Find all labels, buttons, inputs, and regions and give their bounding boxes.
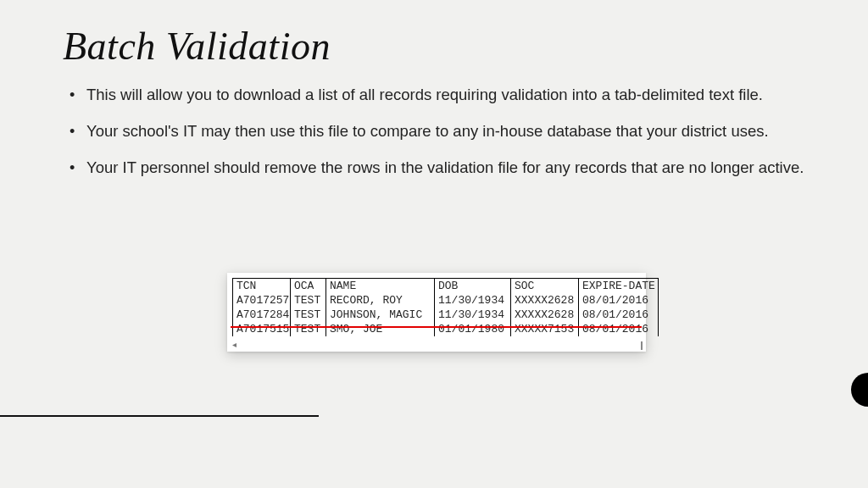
- cell-dob: 11/30/1934: [435, 293, 511, 308]
- cell-name: JOHNSON, MAGIC: [326, 308, 435, 322]
- table-header-row: TCN OCA NAME DOB SOC EXPIRE-DATE: [233, 279, 659, 294]
- slide-title: Batch Validation: [63, 24, 331, 69]
- cell-soc: XXXXX2628: [511, 293, 579, 308]
- cell-expire: 08/01/2016: [579, 322, 659, 336]
- bullet-item: Your IT personnel should remove the rows…: [68, 158, 814, 179]
- cell-tcn: A7017515: [233, 322, 291, 336]
- col-header-name: NAME: [326, 279, 435, 294]
- cell-soc: XXXXX7153: [511, 322, 579, 336]
- cell-expire: 08/01/2016: [579, 293, 659, 308]
- cell-oca: TEST: [291, 322, 326, 336]
- cell-tcn: A7017284: [233, 308, 291, 322]
- cell-soc: XXXXX2628: [511, 308, 579, 322]
- col-header-tcn: TCN: [233, 279, 291, 294]
- cell-name: SMO, JOE: [326, 322, 435, 336]
- scroll-left-icon: ◂: [232, 340, 236, 349]
- table-row: A7017284 TEST JOHNSON, MAGIC 11/30/1934 …: [233, 308, 659, 322]
- records-table-card: TCN OCA NAME DOB SOC EXPIRE-DATE A701725…: [227, 273, 646, 352]
- bullet-list: This will allow you to download a list o…: [68, 85, 814, 194]
- corner-dot-icon: [851, 373, 868, 407]
- col-header-dob: DOB: [435, 279, 511, 294]
- table-row: A7017257 TEST RECORD, ROY 11/30/1934 XXX…: [233, 293, 659, 308]
- scroll-end-icon: [641, 341, 643, 350]
- bullet-item: This will allow you to download a list o…: [68, 85, 814, 106]
- cell-dob: 01/01/1980: [435, 322, 511, 336]
- cell-oca: TEST: [291, 293, 326, 308]
- cell-name: RECORD, ROY: [326, 293, 435, 308]
- col-header-expire: EXPIRE-DATE: [579, 279, 659, 294]
- records-table: TCN OCA NAME DOB SOC EXPIRE-DATE A701725…: [232, 278, 659, 336]
- cell-tcn: A7017257: [233, 293, 291, 308]
- cell-oca: TEST: [291, 308, 326, 322]
- bullet-item: Your school's IT may then use this file …: [68, 121, 814, 142]
- col-header-oca: OCA: [291, 279, 326, 294]
- accent-underline: [0, 415, 319, 417]
- cell-expire: 08/01/2016: [579, 308, 659, 322]
- table-row-removed: A7017515 TEST SMO, JOE 01/01/1980 XXXXX7…: [233, 322, 659, 336]
- col-header-soc: SOC: [511, 279, 579, 294]
- cell-dob: 11/30/1934: [435, 308, 511, 322]
